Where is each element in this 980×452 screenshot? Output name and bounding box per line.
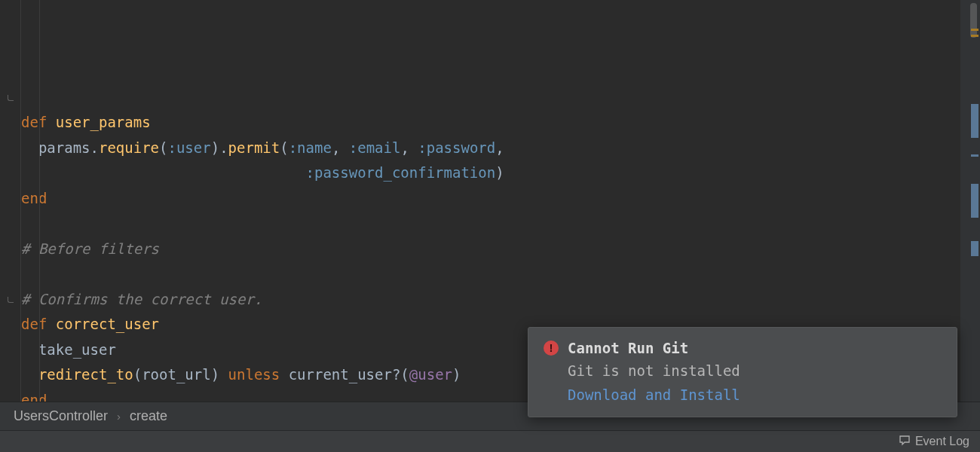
download-install-link[interactable]: Download and Install (568, 386, 740, 403)
change-marker[interactable] (971, 241, 978, 256)
code-line[interactable]: params.require(:user).permit(:name, :ema… (21, 136, 960, 161)
warning-marker[interactable] (971, 35, 978, 37)
code-line[interactable]: # Confirms the correct user. (21, 287, 960, 313)
fold-indicator[interactable] (8, 297, 14, 303)
code-line[interactable] (21, 261, 960, 287)
change-marker[interactable] (971, 154, 978, 157)
code-line[interactable] (21, 211, 960, 237)
scrollbar-thumb[interactable] (970, 3, 977, 38)
fold-indicator[interactable] (8, 95, 14, 101)
breadcrumb-item[interactable]: create (127, 408, 170, 424)
code-line[interactable]: def user_params (21, 110, 960, 136)
indent-guide (20, 0, 21, 402)
indent-guide (39, 0, 40, 402)
notification-popup: ! Cannot Run Git Git is not installed Do… (528, 327, 957, 417)
chevron-right-icon: › (111, 410, 127, 423)
status-bar: Event Log (0, 430, 980, 452)
change-marker[interactable] (971, 184, 978, 218)
notification-title: Cannot Run Git (568, 340, 688, 356)
event-log-label: Event Log (915, 435, 969, 448)
error-icon: ! (544, 341, 559, 356)
code-line[interactable]: :password_confirmation) (21, 160, 960, 186)
code-line[interactable]: # Before filters (21, 237, 960, 262)
notification-body: Git is not installed (544, 362, 942, 379)
code-line[interactable]: end (21, 186, 960, 212)
speech-bubble-icon (899, 434, 911, 449)
change-marker[interactable] (971, 104, 978, 138)
warning-marker[interactable] (971, 29, 978, 31)
editor-root: def user_params params.require(:user).pe… (0, 0, 980, 452)
error-stripe[interactable] (960, 0, 980, 402)
breadcrumb-item[interactable]: UsersController (11, 408, 111, 424)
event-log-button[interactable]: Event Log (899, 434, 969, 449)
